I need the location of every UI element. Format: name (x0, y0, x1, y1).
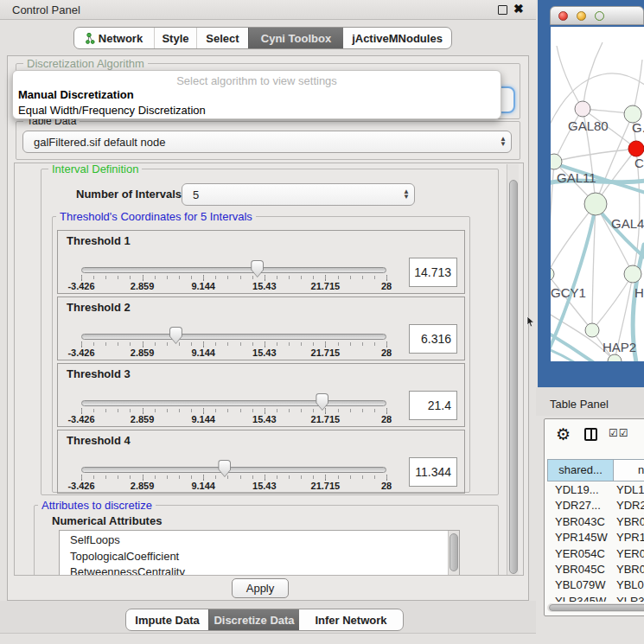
threshold-4-value-field[interactable]: 11.344 (409, 457, 457, 487)
dropdown-option-equal-width-frequency[interactable]: Equal Width/Frequency Discretization (13, 103, 501, 118)
column-header-shared-name[interactable]: shared... (547, 459, 614, 481)
numerical-attributes-label: Numerical Attributes (52, 514, 162, 527)
close-icon[interactable]: ✖ (513, 2, 524, 16)
split-columns-icon[interactable] (584, 428, 597, 441)
stepper-arrows-icon[interactable]: ▲▼ (399, 189, 414, 200)
control-panel-tabbar: Network Style Select Cyni Toolbox jActiv… (73, 27, 452, 49)
column-header-name[interactable]: n... (613, 459, 644, 481)
node-label: G. (632, 120, 644, 135)
table-row[interactable]: YDL19...YDL1 (547, 482, 644, 498)
node-table-panel: ⚙ ☑☑ shared... n... YDL19...YDL1YDR27...… (544, 418, 644, 616)
threshold-2-panel: Threshold 2 -3.426 2.859 9.144 15.43 21.… (57, 296, 465, 360)
table-row[interactable]: YBL079WYBL0 (547, 577, 644, 593)
float-window-icon[interactable] (498, 5, 507, 15)
GAL80-node[interactable] (575, 101, 590, 117)
network-icon (86, 33, 95, 44)
table-row[interactable]: YER054CYER0 (547, 546, 644, 562)
GAL11-node[interactable] (551, 154, 562, 169)
minimize-traffic-light[interactable] (577, 11, 586, 21)
list-item[interactable]: BetweennessCentrality (60, 564, 459, 576)
threshold-3-value-field[interactable]: 21.4 (409, 391, 457, 420)
table-cell: YPR1 (616, 530, 644, 545)
node-label: H (634, 285, 644, 300)
threshold-3-slider[interactable] (81, 400, 386, 406)
node-label: GAL11 (557, 170, 596, 185)
table-cell: YDL1 (616, 482, 644, 498)
node-label: GAL4 (611, 216, 644, 231)
tab-label: Impute Data (135, 614, 199, 627)
GCY1-node[interactable] (551, 267, 554, 281)
node-label: C (634, 156, 644, 170)
red-node[interactable] (628, 141, 644, 156)
scale-label: 15.43 (252, 481, 277, 491)
threshold-4-slider[interactable] (81, 467, 386, 473)
table-row[interactable]: YBR045CYBR0 (547, 562, 644, 577)
table-cell: YDR27... (555, 498, 601, 513)
tab-impute-data[interactable]: Impute Data (126, 609, 208, 630)
tab-cyni-toolbox[interactable]: Cyni Toolbox (248, 28, 343, 48)
scale-label: 2.859 (131, 281, 155, 291)
number-of-intervals-label: Number of Intervals (76, 188, 182, 201)
table-row[interactable]: YPR145WYPR1 (547, 530, 644, 545)
threshold-2-slider[interactable] (81, 334, 386, 340)
list-scrollbar[interactable] (448, 531, 459, 576)
scale-label: 9.144 (191, 481, 215, 491)
threshold-1-slider[interactable] (81, 267, 386, 273)
table-cell: YPR145W (555, 530, 608, 545)
list-item[interactable]: SelfLoops (60, 532, 459, 549)
table-row[interactable]: YBR043CYBR0 (547, 514, 644, 530)
threshold-label: Threshold 3 (67, 367, 131, 380)
threshold-1-value-field[interactable]: 14.713 (409, 258, 457, 287)
tab-label: Network (99, 32, 143, 45)
tab-discretize-data[interactable]: Discretize Data (208, 609, 299, 630)
table-row[interactable]: YDR27...YDR2 (547, 498, 644, 513)
table-cell: YLR345W (555, 594, 606, 602)
scale-label: 15.43 (252, 348, 277, 358)
table-cell: YER0 (616, 546, 644, 562)
scale-label: 9.144 (191, 414, 215, 424)
table-horizontal-scrollbar[interactable] (547, 603, 644, 612)
settings-scrollbar[interactable] (507, 164, 519, 576)
table-cell: YBR0 (616, 514, 644, 530)
dropdown-option-manual-discretization[interactable]: Manual Discretization (13, 87, 501, 103)
table-cell: YBR0 (616, 562, 644, 577)
tab-label: jActiveMNodules (352, 32, 443, 45)
stepper-arrows-icon[interactable]: ▲▼ (495, 137, 511, 147)
GAL4-node[interactable] (584, 193, 607, 215)
scale-label: 21.715 (311, 481, 341, 491)
table-row[interactable]: YLR345WYLR3 (547, 594, 644, 602)
scale-label: 28 (381, 281, 392, 291)
number-of-intervals-combobox[interactable]: 5 ▲▼ (182, 183, 415, 206)
scale-label: 2.859 (131, 481, 155, 491)
settings-scroll-panel: Interval Definition Number of Intervals … (14, 163, 524, 576)
threshold-2-value-field[interactable]: 6.316 (409, 324, 457, 354)
scale-label: -3.426 (67, 348, 94, 358)
scale-label: -3.426 (67, 281, 94, 291)
zoom-traffic-light[interactable] (595, 11, 604, 21)
gear-icon[interactable]: ⚙ (556, 424, 571, 444)
table-data-combobox[interactable]: galFiltered.sif default node ▲▼ (22, 131, 512, 153)
thresholds-group: Threshold's Coordinates for 5 Intervals … (52, 216, 470, 493)
close-traffic-light[interactable] (558, 11, 568, 21)
table-cell: YER054C (555, 546, 605, 562)
algorithm-dropdown-popup: Select algorithm to view settings Manual… (12, 70, 501, 119)
table-cell: YDR2 (616, 498, 644, 513)
tab-network[interactable]: Network (74, 28, 154, 48)
tab-jactivemnodules[interactable]: jActiveMNodules (343, 28, 451, 48)
table-rows: YDL19...YDL1YDR27...YDR2YBR043CYBR0YPR14… (547, 482, 644, 602)
tab-style[interactable]: Style (154, 28, 196, 48)
numerical-attributes-list[interactable]: SelfLoopsTopologicalCoefficientBetweenne… (59, 530, 460, 576)
network-view-window: GAL80G.CGAL11GAL4GCY1HHAP2 (538, 0, 644, 387)
cyni-mode-tabbar: Impute Data Discretize Data Infer Networ… (125, 609, 404, 631)
tab-select[interactable]: Select (196, 28, 248, 48)
tab-infer-network[interactable]: Infer Network (299, 609, 403, 630)
threshold-label: Threshold 2 (67, 301, 131, 314)
H-node[interactable] (624, 265, 641, 283)
group-title: Interval Definition (48, 163, 142, 175)
apply-button[interactable]: Apply (232, 578, 289, 598)
node-label: HAP2 (603, 340, 636, 354)
list-item[interactable]: TopologicalCoefficient (60, 549, 459, 565)
HAP2-node[interactable] (585, 323, 599, 337)
network-canvas[interactable]: GAL80G.CGAL11GAL4GCY1HHAP2 (551, 27, 644, 361)
select-columns-icon[interactable]: ☑☑ (609, 427, 629, 439)
